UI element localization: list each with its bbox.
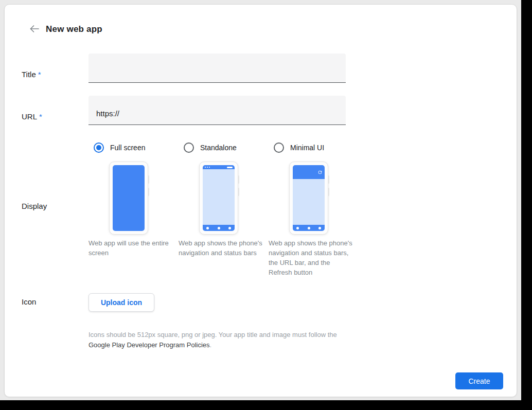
display-option-minimal-ui: Minimal UI Web app shows the phone's nav… [269,142,359,277]
new-web-app-dialog: New web app Title* URL* Display Full scr… [4,4,517,397]
upload-icon-button[interactable]: Upload icon [88,293,154,312]
phone-nav-bar [293,225,325,231]
phone-screen [203,165,235,231]
phone-mockup-fullscreen [109,162,148,235]
phone-nav-bar [203,225,235,231]
url-field-label: URL* [22,112,42,121]
display-options: Full screen Web app will use the entire … [88,142,359,277]
radio-label: Minimal UI [290,144,324,152]
status-icons [205,167,210,168]
radio-standalone[interactable]: Standalone [184,142,269,153]
radio-button-icon[interactable] [94,142,104,153]
required-asterisk: * [38,70,41,79]
icon-field-label: Icon [22,297,36,306]
phone-url-bar [293,165,325,179]
radio-minimal-ui[interactable]: Minimal UI [274,142,359,153]
phone-app-area [203,169,235,225]
phone-screen [293,165,325,231]
refresh-icon [317,168,323,177]
url-input[interactable] [88,96,346,125]
title-field-label: Title* [22,70,41,79]
option-description: Web app shows the phone's navigation and… [179,238,263,258]
title-input[interactable] [88,54,346,83]
radio-label: Full screen [110,144,145,152]
option-description: Web app shows the phone's navigation and… [269,238,353,277]
radio-button-icon[interactable] [274,142,284,153]
phone-mockup-standalone [199,162,238,235]
create-button[interactable]: Create [455,372,503,389]
phone-status-bar [203,165,235,169]
battery-indicator [227,167,233,168]
required-asterisk: * [39,112,42,121]
display-option-fullscreen: Full screen Web app will use the entire … [88,142,179,277]
radio-label: Standalone [200,144,237,152]
back-arrow-icon [28,23,41,37]
phone-screen [113,165,145,231]
icon-help-text: Icons should be 512px square, png or jpe… [88,330,348,350]
phone-app-area [293,179,325,225]
option-description: Web app will use the entire screen [88,238,173,258]
phone-mockup-minimal-ui [289,162,328,235]
page-title: New web app [46,24,102,34]
page-background: New web app Title* URL* Display Full scr… [0,0,521,400]
program-policies-link[interactable]: Google Play Developer Program Policies [88,341,210,349]
display-field-label: Display [22,202,47,210]
display-option-standalone: Standalone Web app shows the phone's nav… [179,142,269,277]
radio-button-icon[interactable] [184,142,194,153]
back-button[interactable] [27,22,42,37]
radio-fullscreen[interactable]: Full screen [94,142,179,153]
